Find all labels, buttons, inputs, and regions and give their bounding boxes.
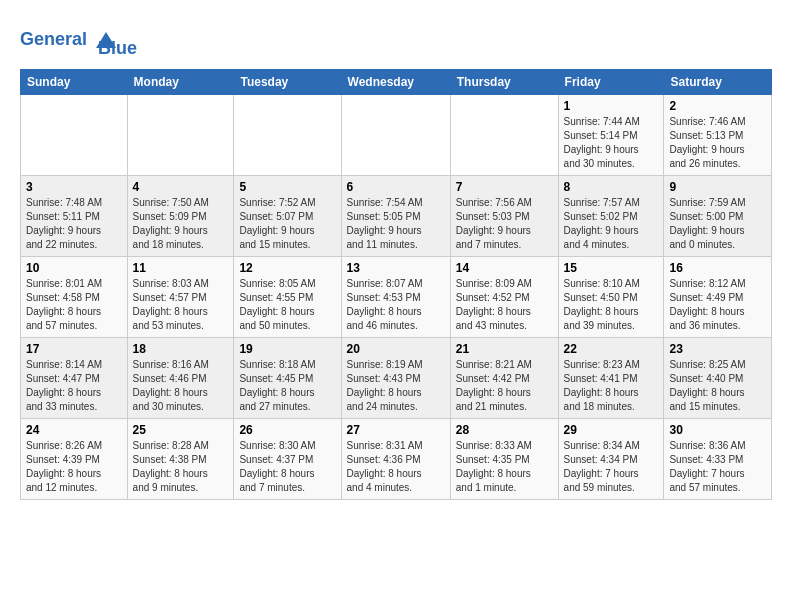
weekday-header-tuesday: Tuesday [234, 70, 341, 95]
day-number: 23 [669, 342, 766, 356]
day-number: 24 [26, 423, 122, 437]
day-number: 20 [347, 342, 445, 356]
day-info: Sunrise: 8:07 AM Sunset: 4:53 PM Dayligh… [347, 277, 445, 333]
day-number: 8 [564, 180, 659, 194]
day-number: 4 [133, 180, 229, 194]
day-number: 28 [456, 423, 553, 437]
day-number: 29 [564, 423, 659, 437]
day-info: Sunrise: 8:23 AM Sunset: 4:41 PM Dayligh… [564, 358, 659, 414]
calendar-cell: 3Sunrise: 7:48 AM Sunset: 5:11 PM Daylig… [21, 176, 128, 257]
day-info: Sunrise: 8:05 AM Sunset: 4:55 PM Dayligh… [239, 277, 335, 333]
calendar-cell: 4Sunrise: 7:50 AM Sunset: 5:09 PM Daylig… [127, 176, 234, 257]
day-info: Sunrise: 8:21 AM Sunset: 4:42 PM Dayligh… [456, 358, 553, 414]
calendar-cell: 20Sunrise: 8:19 AM Sunset: 4:43 PM Dayli… [341, 338, 450, 419]
day-info: Sunrise: 7:50 AM Sunset: 5:09 PM Dayligh… [133, 196, 229, 252]
calendar-cell: 13Sunrise: 8:07 AM Sunset: 4:53 PM Dayli… [341, 257, 450, 338]
day-info: Sunrise: 7:56 AM Sunset: 5:03 PM Dayligh… [456, 196, 553, 252]
day-number: 17 [26, 342, 122, 356]
calendar-cell [450, 95, 558, 176]
calendar-cell: 29Sunrise: 8:34 AM Sunset: 4:34 PM Dayli… [558, 419, 664, 500]
calendar-cell [341, 95, 450, 176]
day-info: Sunrise: 7:48 AM Sunset: 5:11 PM Dayligh… [26, 196, 122, 252]
calendar-cell: 23Sunrise: 8:25 AM Sunset: 4:40 PM Dayli… [664, 338, 772, 419]
day-info: Sunrise: 8:10 AM Sunset: 4:50 PM Dayligh… [564, 277, 659, 333]
calendar-week-4: 17Sunrise: 8:14 AM Sunset: 4:47 PM Dayli… [21, 338, 772, 419]
day-number: 21 [456, 342, 553, 356]
calendar-cell: 15Sunrise: 8:10 AM Sunset: 4:50 PM Dayli… [558, 257, 664, 338]
weekday-header-saturday: Saturday [664, 70, 772, 95]
day-number: 11 [133, 261, 229, 275]
day-number: 15 [564, 261, 659, 275]
day-number: 19 [239, 342, 335, 356]
calendar-cell: 24Sunrise: 8:26 AM Sunset: 4:39 PM Dayli… [21, 419, 128, 500]
calendar-cell: 25Sunrise: 8:28 AM Sunset: 4:38 PM Dayli… [127, 419, 234, 500]
page: General Blue SundayMondayTuesdayWednesda… [0, 0, 792, 612]
day-number: 9 [669, 180, 766, 194]
day-info: Sunrise: 8:25 AM Sunset: 4:40 PM Dayligh… [669, 358, 766, 414]
day-number: 26 [239, 423, 335, 437]
header: General Blue [20, 20, 772, 59]
day-info: Sunrise: 8:33 AM Sunset: 4:35 PM Dayligh… [456, 439, 553, 495]
day-number: 16 [669, 261, 766, 275]
calendar-week-3: 10Sunrise: 8:01 AM Sunset: 4:58 PM Dayli… [21, 257, 772, 338]
day-info: Sunrise: 8:14 AM Sunset: 4:47 PM Dayligh… [26, 358, 122, 414]
logo-general: General [20, 28, 87, 48]
calendar-cell: 22Sunrise: 8:23 AM Sunset: 4:41 PM Dayli… [558, 338, 664, 419]
calendar-cell [21, 95, 128, 176]
calendar-cell: 16Sunrise: 8:12 AM Sunset: 4:49 PM Dayli… [664, 257, 772, 338]
logo-blue: Blue [98, 38, 137, 59]
calendar-cell [234, 95, 341, 176]
calendar-cell: 18Sunrise: 8:16 AM Sunset: 4:46 PM Dayli… [127, 338, 234, 419]
day-number: 25 [133, 423, 229, 437]
day-number: 5 [239, 180, 335, 194]
day-number: 18 [133, 342, 229, 356]
weekday-header-sunday: Sunday [21, 70, 128, 95]
calendar-cell: 17Sunrise: 8:14 AM Sunset: 4:47 PM Dayli… [21, 338, 128, 419]
day-info: Sunrise: 8:31 AM Sunset: 4:36 PM Dayligh… [347, 439, 445, 495]
day-number: 1 [564, 99, 659, 113]
day-number: 14 [456, 261, 553, 275]
day-info: Sunrise: 8:18 AM Sunset: 4:45 PM Dayligh… [239, 358, 335, 414]
calendar-cell: 27Sunrise: 8:31 AM Sunset: 4:36 PM Dayli… [341, 419, 450, 500]
weekday-header-friday: Friday [558, 70, 664, 95]
calendar-cell: 11Sunrise: 8:03 AM Sunset: 4:57 PM Dayli… [127, 257, 234, 338]
calendar: SundayMondayTuesdayWednesdayThursdayFrid… [20, 69, 772, 500]
day-number: 12 [239, 261, 335, 275]
calendar-cell: 14Sunrise: 8:09 AM Sunset: 4:52 PM Dayli… [450, 257, 558, 338]
day-info: Sunrise: 8:16 AM Sunset: 4:46 PM Dayligh… [133, 358, 229, 414]
calendar-cell: 28Sunrise: 8:33 AM Sunset: 4:35 PM Dayli… [450, 419, 558, 500]
day-info: Sunrise: 8:12 AM Sunset: 4:49 PM Dayligh… [669, 277, 766, 333]
calendar-cell: 7Sunrise: 7:56 AM Sunset: 5:03 PM Daylig… [450, 176, 558, 257]
calendar-week-1: 1Sunrise: 7:44 AM Sunset: 5:14 PM Daylig… [21, 95, 772, 176]
day-number: 7 [456, 180, 553, 194]
day-info: Sunrise: 8:19 AM Sunset: 4:43 PM Dayligh… [347, 358, 445, 414]
calendar-cell: 9Sunrise: 7:59 AM Sunset: 5:00 PM Daylig… [664, 176, 772, 257]
calendar-cell: 21Sunrise: 8:21 AM Sunset: 4:42 PM Dayli… [450, 338, 558, 419]
day-info: Sunrise: 7:54 AM Sunset: 5:05 PM Dayligh… [347, 196, 445, 252]
day-info: Sunrise: 7:57 AM Sunset: 5:02 PM Dayligh… [564, 196, 659, 252]
calendar-cell: 30Sunrise: 8:36 AM Sunset: 4:33 PM Dayli… [664, 419, 772, 500]
day-number: 22 [564, 342, 659, 356]
day-number: 3 [26, 180, 122, 194]
calendar-week-5: 24Sunrise: 8:26 AM Sunset: 4:39 PM Dayli… [21, 419, 772, 500]
weekday-header-monday: Monday [127, 70, 234, 95]
day-info: Sunrise: 7:44 AM Sunset: 5:14 PM Dayligh… [564, 115, 659, 171]
calendar-cell: 1Sunrise: 7:44 AM Sunset: 5:14 PM Daylig… [558, 95, 664, 176]
day-info: Sunrise: 8:26 AM Sunset: 4:39 PM Dayligh… [26, 439, 122, 495]
day-info: Sunrise: 7:46 AM Sunset: 5:13 PM Dayligh… [669, 115, 766, 171]
calendar-cell: 8Sunrise: 7:57 AM Sunset: 5:02 PM Daylig… [558, 176, 664, 257]
day-number: 30 [669, 423, 766, 437]
day-info: Sunrise: 8:34 AM Sunset: 4:34 PM Dayligh… [564, 439, 659, 495]
day-number: 2 [669, 99, 766, 113]
logo: General Blue [20, 20, 137, 59]
calendar-cell: 10Sunrise: 8:01 AM Sunset: 4:58 PM Dayli… [21, 257, 128, 338]
day-info: Sunrise: 8:01 AM Sunset: 4:58 PM Dayligh… [26, 277, 122, 333]
day-number: 13 [347, 261, 445, 275]
calendar-cell: 26Sunrise: 8:30 AM Sunset: 4:37 PM Dayli… [234, 419, 341, 500]
day-info: Sunrise: 8:09 AM Sunset: 4:52 PM Dayligh… [456, 277, 553, 333]
calendar-cell: 5Sunrise: 7:52 AM Sunset: 5:07 PM Daylig… [234, 176, 341, 257]
calendar-week-2: 3Sunrise: 7:48 AM Sunset: 5:11 PM Daylig… [21, 176, 772, 257]
weekday-header-thursday: Thursday [450, 70, 558, 95]
day-info: Sunrise: 8:28 AM Sunset: 4:38 PM Dayligh… [133, 439, 229, 495]
calendar-cell: 19Sunrise: 8:18 AM Sunset: 4:45 PM Dayli… [234, 338, 341, 419]
